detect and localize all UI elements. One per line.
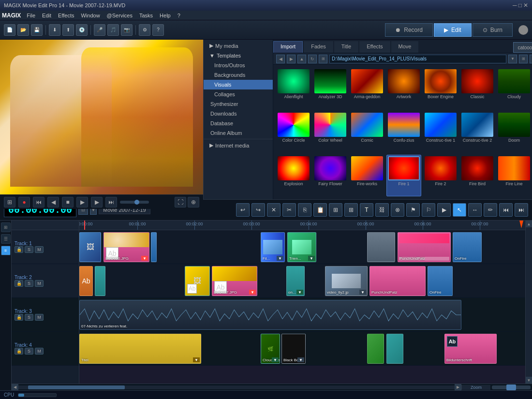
- skip-start-btn[interactable]: ⏮: [499, 203, 513, 217]
- back-btn[interactable]: ◀: [276, 55, 285, 63]
- thumb-cloudy[interactable]: Cloudy: [497, 68, 532, 109]
- thumb-doom[interactable]: Doom: [497, 111, 532, 153]
- trim-tool-btn[interactable]: ↔: [468, 203, 482, 217]
- track2-clip-teal-sm[interactable]: [95, 266, 105, 296]
- zoom-slider[interactable]: [492, 385, 531, 389]
- record-btn[interactable]: ●: [18, 197, 30, 207]
- track1-clip-photo1[interactable]: 🖼: [79, 232, 101, 262]
- cut-remove-btn[interactable]: ✕: [267, 203, 281, 217]
- zoom-slider-thumb[interactable]: [506, 384, 516, 390]
- burn-btn[interactable]: 💿: [76, 24, 88, 36]
- menu-tasks[interactable]: Tasks: [136, 12, 156, 19]
- tab-move[interactable]: Move: [391, 41, 419, 53]
- track-4-mute-btn[interactable]: M: [35, 348, 44, 355]
- track-1-lock-btn[interactable]: 🔒: [15, 246, 23, 253]
- thumb-firebird[interactable]: Fire Bird: [460, 155, 495, 196]
- thumb-explosion[interactable]: Explosion: [276, 155, 311, 196]
- export-btn[interactable]: ⬆: [62, 24, 74, 36]
- chapter-btn[interactable]: ⚐: [422, 203, 435, 217]
- track1-clip-trans1[interactable]: [151, 232, 157, 262]
- record-mode-btn[interactable]: ⏺ Record: [385, 23, 433, 37]
- track2-clip-on[interactable]: on... ▼: [286, 266, 305, 296]
- link-btn[interactable]: ⛓: [375, 203, 389, 217]
- track4-clip-cloudy[interactable]: 🌿 Cloudy.vis ▼: [261, 334, 280, 364]
- track4-clip-titel[interactable]: Titel ▼: [79, 334, 201, 364]
- hscroll-track[interactable]: [18, 385, 455, 389]
- scene-detect-btn[interactable]: ⊞: [1, 222, 11, 232]
- zoom-fit-btn[interactable]: ⊞: [344, 203, 358, 217]
- track3-clip-audio[interactable]: 07-Nichts zu verlieren feat.: [79, 300, 461, 330]
- copy-btn[interactable]: ⎘: [298, 203, 311, 217]
- thumb-fire1[interactable]: Fire 1: [386, 155, 421, 196]
- track4-clip-blackbox[interactable]: Black Box ▼: [281, 334, 306, 364]
- select-tool-btn[interactable]: ↖: [453, 203, 466, 217]
- menu-effects[interactable]: Effects: [55, 12, 77, 19]
- thumb-comic[interactable]: Comic: [350, 111, 384, 153]
- sidebar-item-downloads[interactable]: Downloads: [204, 109, 273, 118]
- catooon-button[interactable]: catooon: [513, 42, 532, 53]
- up-btn[interactable]: ▲: [297, 55, 306, 63]
- menu-services[interactable]: @Services: [104, 12, 135, 19]
- skip-end-btn[interactable]: ⏭: [515, 203, 528, 217]
- thumb-fire2[interactable]: Fire 2: [423, 155, 458, 196]
- open-btn[interactable]: 📂: [17, 24, 29, 36]
- tab-effects[interactable]: Effects: [359, 41, 390, 53]
- track4-clip-teal3[interactable]: [386, 334, 403, 364]
- menu-window[interactable]: Window: [78, 12, 103, 19]
- storyboard-btn[interactable]: ☰: [1, 234, 11, 244]
- zoom-btn[interactable]: ⊕: [188, 197, 199, 207]
- hscroll-right-btn[interactable]: ▶: [455, 384, 461, 391]
- undo-btn[interactable]: ↩: [236, 203, 250, 217]
- path-dropdown[interactable]: ▼: [508, 55, 517, 63]
- path-input[interactable]: [329, 55, 506, 63]
- playhead[interactable]: [84, 221, 85, 230]
- settings-btn[interactable]: ⚙: [139, 24, 150, 36]
- maximize-btn[interactable]: □: [518, 2, 522, 9]
- thumb-constructive1[interactable]: Construc-tive 1: [423, 111, 458, 153]
- prev-frame-btn[interactable]: ◀: [47, 197, 59, 207]
- skip-fwd-btn[interactable]: ⏭: [105, 197, 117, 207]
- menu-info[interactable]: ?: [175, 12, 183, 19]
- sidebar-item-intros[interactable]: Intros/Outros: [204, 60, 273, 70]
- track-1-solo-btn[interactable]: S: [25, 246, 33, 253]
- thumb-colorwheel[interactable]: Color Wheel: [313, 111, 348, 153]
- track-4-lock-btn[interactable]: 🔒: [15, 348, 23, 355]
- vscroll-up-btn[interactable]: ▲: [526, 221, 532, 227]
- snap-btn[interactable]: ⊞: [329, 203, 342, 217]
- trien-dropdown[interactable]: ▼: [308, 256, 315, 261]
- cloudy-dropdown[interactable]: ▼: [272, 357, 279, 362]
- browse-btn[interactable]: ⊞: [319, 55, 327, 63]
- titel-dropdown[interactable]: ▼: [193, 357, 200, 362]
- track2-clip-orange[interactable]: Ab: [79, 266, 93, 296]
- track-3-solo-btn[interactable]: S: [25, 314, 33, 321]
- thumb-confuzius[interactable]: Confu-zius: [386, 111, 421, 153]
- track-1-mute-btn[interactable]: M: [35, 246, 44, 253]
- help-btn[interactable]: ?: [152, 24, 164, 36]
- play-from-btn[interactable]: ▶: [437, 203, 451, 217]
- track1-clip-gray[interactable]: [367, 232, 395, 262]
- volume-slider[interactable]: [120, 201, 149, 204]
- scene-btn[interactable]: ⊞: [4, 197, 15, 207]
- vscroll-down-btn[interactable]: ▼: [526, 377, 532, 384]
- view-toggle-btn[interactable]: ⊞: [519, 55, 528, 63]
- menu-edit[interactable]: Edit: [39, 12, 54, 19]
- sidebar-item-collages[interactable]: Collages: [204, 89, 273, 99]
- menu-help[interactable]: Help: [157, 12, 174, 19]
- cut-btn[interactable]: ✂: [282, 203, 296, 217]
- fwd-btn[interactable]: ▶: [287, 55, 296, 63]
- draw-tool-btn[interactable]: ✏: [484, 203, 497, 217]
- on-dropdown[interactable]: ▼: [296, 290, 303, 295]
- track1-clip-onfire[interactable]: OnFire: [453, 232, 482, 262]
- save-btn[interactable]: 💾: [31, 24, 43, 36]
- track-2-solo-btn[interactable]: S: [25, 280, 33, 287]
- marker-btn[interactable]: ⚑: [406, 203, 420, 217]
- timeline-view-btn[interactable]: ≡: [1, 246, 11, 255]
- tab-title[interactable]: Title: [334, 41, 358, 53]
- track2-clip-onfire2[interactable]: OnFire: [428, 266, 453, 296]
- text-btn[interactable]: T: [360, 203, 373, 217]
- cam-btn[interactable]: 📷: [121, 24, 133, 36]
- play-btn[interactable]: ▶: [76, 197, 88, 207]
- mic-btn[interactable]: 🎤: [94, 24, 105, 36]
- next-frame-btn[interactable]: ▶: [91, 197, 103, 207]
- thumb-colorcircle[interactable]: Color Circle: [276, 111, 311, 153]
